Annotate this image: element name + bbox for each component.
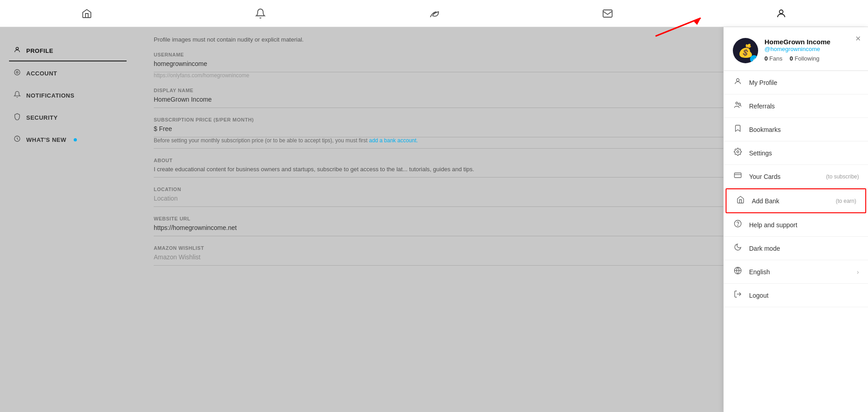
sidebar-item-security[interactable]: Security [9,108,127,128]
svg-point-11 [737,151,739,153]
language-icon [733,267,743,277]
profile-handle: @homegrownincome [764,46,859,52]
settings-icon [733,148,743,158]
your-cards-label: Your Cards [749,173,818,180]
fans-label: Fans [769,55,783,62]
bookmarks-label: Bookmarks [749,126,859,133]
help-support-label: Help and support [749,221,859,229]
profile-sidebar-icon [14,46,21,55]
whats-new-dot [74,138,77,141]
your-cards-sublabel: (to subscribe) [826,173,859,180]
profile-stats: 0 Fans 0 Following [764,55,859,62]
menu-item-dark-mode[interactable]: Dark mode [724,237,868,260]
svg-point-2 [16,47,18,50]
avatar-verified-badge: ✓ [750,55,758,63]
svg-rect-12 [735,173,741,178]
close-button[interactable]: × [855,33,861,44]
left-sidebar: Profile Account Notifications [0,27,136,412]
avatar: 💰 ✓ [733,38,758,63]
svg-point-14 [735,220,741,227]
fans-stat: 0 Fans [764,55,783,62]
whats-new-sidebar-icon [14,135,21,144]
leaf-icon[interactable] [425,5,443,23]
bank-account-link[interactable]: add a bank account. [369,137,418,144]
notifications-sidebar-label: Notifications [26,92,75,99]
top-navigation [0,0,868,27]
whats-new-sidebar-label: What's New [26,136,66,143]
following-count: 0 [790,55,793,62]
my-profile-label: My Profile [749,79,859,86]
my-profile-icon [733,77,743,88]
svg-rect-0 [603,10,612,17]
security-sidebar-label: Security [26,114,58,121]
language-chevron: › [857,268,859,276]
account-sidebar-icon [14,69,21,78]
notifications-sidebar-icon [14,91,21,100]
menu-item-settings[interactable]: Settings [724,141,868,165]
fans-count: 0 [764,55,768,62]
logout-icon [733,290,743,300]
menu-item-referrals[interactable]: Referrals [724,94,868,118]
panel-profile-header: 💰 ✓ HomeGrown Income @homegrownincome 0 … [724,27,868,71]
svg-point-4 [16,71,18,73]
user-profile-icon[interactable] [772,5,790,23]
dark-mode-label: Dark mode [749,245,859,252]
referrals-label: Referrals [749,103,859,110]
menu-item-logout[interactable]: Logout [724,284,868,307]
menu-item-your-cards[interactable]: Your Cards (to subscribe) [724,165,868,188]
add-bank-icon [736,196,745,206]
home-icon[interactable] [78,5,96,23]
profile-sidebar-label: Profile [26,47,53,54]
help-support-icon [733,220,743,230]
following-label: Following [795,55,820,62]
subscription-note-text: Before setting your monthly subscription… [154,137,368,144]
messages-icon[interactable] [599,5,617,23]
sidebar-item-notifications[interactable]: Notifications [9,85,127,106]
svg-point-8 [736,79,739,81]
svg-point-1 [779,10,783,14]
menu-item-add-bank[interactable]: Add Bank (to earn) [726,188,866,213]
profile-info: HomeGrown Income @homegrownincome 0 Fans… [764,38,859,62]
menu-item-bookmarks[interactable]: Bookmarks [724,118,868,141]
profile-display-name: HomeGrown Income [764,38,859,46]
sidebar-item-account[interactable]: Account [9,63,127,84]
your-cards-icon [733,171,743,182]
add-bank-label: Add Bank [752,197,828,205]
notifications-icon[interactable] [251,5,269,23]
sidebar-item-whats-new[interactable]: What's New [9,130,127,150]
add-bank-sublabel: (to earn) [836,198,856,204]
user-dropdown-panel: × 💰 ✓ HomeGrown Income @homegrownincome … [723,27,868,412]
settings-label: Settings [749,150,859,157]
svg-point-10 [739,103,741,105]
logout-label: Logout [749,292,859,299]
sidebar-item-profile[interactable]: Profile [9,41,127,61]
dark-mode-icon [733,243,743,253]
menu-item-help-support[interactable]: Help and support [724,213,868,237]
bookmarks-icon [733,124,743,135]
svg-point-3 [14,70,20,75]
language-label: English [749,268,850,276]
svg-point-9 [736,102,738,104]
account-sidebar-label: Account [26,70,57,77]
menu-items-container: My Profile Referrals Bookmarks Settings … [724,71,868,307]
menu-item-my-profile[interactable]: My Profile [724,71,868,94]
following-stat: 0 Following [790,55,820,62]
menu-item-language[interactable]: English › [724,260,868,284]
referrals-icon [733,101,743,111]
security-sidebar-icon [14,113,21,122]
